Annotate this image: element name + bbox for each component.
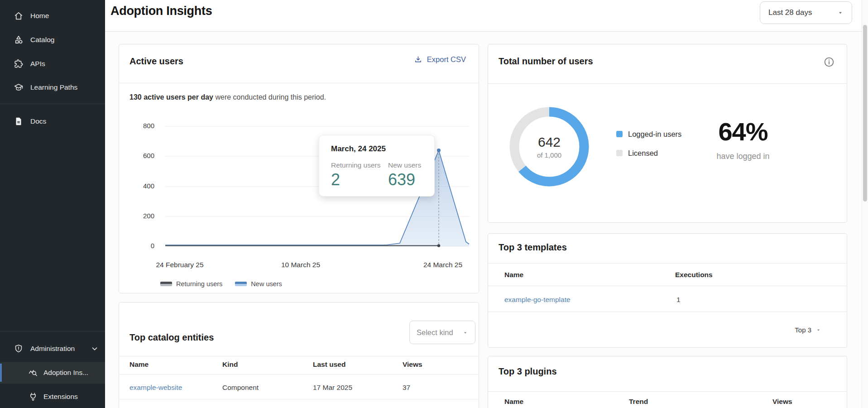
- table-divider: [119, 399, 479, 399]
- sidebar-item-label: Catalog: [30, 36, 54, 44]
- tooltip-new-label: New users: [388, 161, 421, 169]
- sidebar-item-label: Learning Paths: [30, 83, 77, 91]
- template-executions: 1: [676, 296, 681, 304]
- home-icon: [14, 11, 24, 21]
- shield-alert-icon: [14, 344, 24, 354]
- sidebar-section-label: Administration: [30, 345, 75, 353]
- legend-label: Logged-in users: [628, 130, 681, 139]
- school-icon: [14, 82, 24, 92]
- table-divider: [488, 286, 847, 286]
- sidebar-item-catalog[interactable]: Catalog: [0, 29, 105, 51]
- legend-swatch-new: [235, 282, 247, 286]
- legend-item-new: New users: [235, 280, 282, 288]
- card-divider: [119, 83, 479, 83]
- column-header-kind: Kind: [222, 360, 238, 369]
- kind-select-placeholder: Select kind: [417, 328, 453, 337]
- column-header-views: Views: [403, 360, 422, 369]
- card-title: Top 3 templates: [499, 242, 567, 253]
- x-axis-tick: 24 February 25: [156, 261, 203, 269]
- percent-caption: have logged in: [698, 152, 788, 161]
- donut-subvalue: of 1,000: [537, 151, 561, 159]
- donut-center: 642 of 1,000: [506, 104, 592, 190]
- donut-value: 642: [538, 134, 561, 150]
- template-link[interactable]: example-go-template: [504, 296, 571, 304]
- sidebar-item-administration[interactable]: Administration: [0, 338, 105, 360]
- download-icon: [414, 55, 422, 64]
- card-title: Top 3 plugins: [499, 366, 557, 377]
- date-range-select[interactable]: Last 28 days: [760, 1, 852, 24]
- sidebar-item-adoption-insights[interactable]: Adoption Ins...: [0, 362, 105, 384]
- card-divider: [488, 83, 847, 84]
- column-header-name: Name: [129, 360, 149, 369]
- sidebar-item-label: Docs: [30, 117, 46, 125]
- legend-label: Licensed: [628, 149, 658, 158]
- summary-rest: were conducted during this period.: [213, 93, 326, 101]
- legend-item-logged-in: Logged-in users: [616, 130, 681, 139]
- tooltip-date: March, 24 2025: [331, 144, 386, 154]
- scrollbar-thumb[interactable]: [863, 25, 867, 202]
- active-indicator: [0, 364, 2, 382]
- caret-down-icon: [462, 330, 468, 336]
- column-header-last-used: Last used: [313, 360, 345, 369]
- sidebar-item-label: APIs: [30, 60, 45, 68]
- chart-legend: Returning users New users: [160, 280, 282, 288]
- sidebar-item-docs[interactable]: Docs: [0, 110, 105, 132]
- date-range-value: Last 28 days: [768, 8, 812, 17]
- page-scrollbar: [862, 0, 868, 408]
- total-users-card: Total number of users 642 of 1,000 Logge…: [488, 44, 847, 223]
- page-header: Adoption Insights Last 28 days: [105, 0, 868, 32]
- rows-per-page-select[interactable]: Top 3: [795, 326, 821, 334]
- chevron-down-icon: [91, 345, 99, 353]
- card-divider: [488, 263, 847, 264]
- sidebar-item-learning-paths[interactable]: Learning Paths: [0, 77, 105, 98]
- donut-legend: Logged-in users Licensed: [616, 130, 681, 158]
- caret-down-icon: [837, 10, 844, 16]
- extension-icon: [14, 59, 24, 69]
- info-icon[interactable]: [823, 56, 835, 68]
- legend-item-licensed: Licensed: [616, 149, 681, 158]
- entity-last-used: 17 Mar 2025: [313, 384, 352, 392]
- export-csv-label: Export CSV: [427, 55, 466, 64]
- legend-label: New users: [251, 280, 282, 288]
- card-divider: [488, 391, 847, 392]
- export-csv-button[interactable]: Export CSV: [414, 55, 466, 64]
- legend-label: Returning users: [176, 280, 222, 288]
- legend-item-returning: Returning users: [160, 280, 222, 288]
- sidebar-item-label: Adoption Ins...: [43, 369, 88, 377]
- sidebar-item-home[interactable]: Home: [0, 5, 105, 27]
- table-divider: [488, 312, 847, 312]
- total-users-donut-chart: 642 of 1,000: [506, 104, 592, 190]
- tooltip-new-value: 639: [388, 170, 415, 189]
- sidebar-item-apis[interactable]: APIs: [0, 53, 105, 75]
- page-title: Adoption Insights: [110, 4, 212, 18]
- sidebar-item-extensions[interactable]: Extensions: [0, 386, 105, 408]
- column-header-name: Name: [504, 398, 523, 406]
- entity-kind: Component: [222, 384, 259, 392]
- kind-select[interactable]: Select kind: [409, 321, 475, 344]
- app-root: Home Catalog APIs Learning Paths Docs Ad…: [0, 0, 868, 408]
- x-axis-tick: 10 March 25: [281, 261, 320, 269]
- returning-users-point: [437, 244, 440, 247]
- sidebar: Home Catalog APIs Learning Paths Docs Ad…: [0, 0, 105, 408]
- main-content: Adoption Insights Last 28 days Active us…: [105, 0, 868, 408]
- x-axis-tick: 24 March 25: [423, 261, 462, 269]
- caret-down-icon: [815, 327, 821, 333]
- entity-views: 37: [403, 384, 410, 392]
- sidebar-item-label: Extensions: [43, 393, 78, 401]
- column-header-name: Name: [504, 271, 523, 279]
- tooltip-returning-label: Returning users: [331, 161, 380, 169]
- legend-swatch-returning: [160, 282, 172, 286]
- legend-swatch-licensed: [616, 150, 623, 156]
- column-header-views: Views: [772, 398, 792, 406]
- sidebar-divider: [0, 104, 105, 104]
- chart-summary: 130 active users per day were conducted …: [129, 93, 326, 101]
- document-icon: [14, 116, 24, 126]
- new-users-point: [437, 149, 441, 152]
- tooltip-returning-value: 2: [331, 170, 340, 189]
- entity-link[interactable]: example-website: [129, 384, 182, 392]
- column-header-executions: Executions: [675, 271, 713, 279]
- top-plugins-card: Top 3 plugins Name Trend Views: [488, 356, 847, 408]
- column-header-trend: Trend: [629, 398, 648, 406]
- legend-swatch-logged-in: [616, 131, 623, 137]
- chart-tooltip: March, 24 2025 Returning users New users…: [319, 135, 435, 197]
